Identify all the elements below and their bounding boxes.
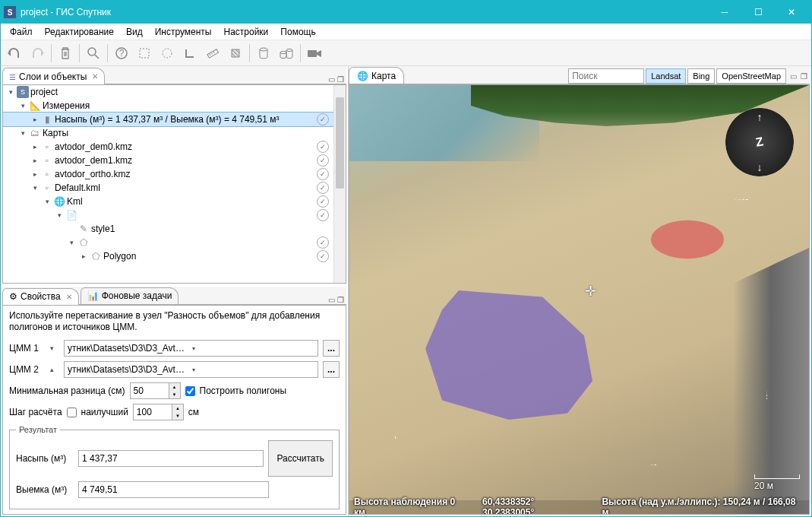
min-diff-label: Минимальная разница (см) xyxy=(9,385,125,396)
cmm2-combo[interactable]: утник\Datasets\D3\D3_Avtodor\avtodor_dem… xyxy=(64,361,318,378)
select-polygon-button[interactable] xyxy=(156,43,178,64)
menu-edit[interactable]: Редактирование xyxy=(39,25,120,39)
close-icon[interactable]: ✕ xyxy=(66,293,72,301)
maximize-button[interactable]: ☐ xyxy=(741,1,775,24)
main-area: Слои и объекты ✕ ▭ ❐ ▾Sproject ▾📐Измерен… xyxy=(1,66,811,516)
camera-button[interactable] xyxy=(304,43,325,64)
tree-node-measurement-result[interactable]: ▸▮Насыпь (м³) = 1 437,37 м³ / Выемка (м³… xyxy=(3,113,333,126)
visibility-toggle[interactable] xyxy=(317,195,329,208)
right-pane: Карта Landsat Bing OpenStreetMap ▭ ❐ ✛ Z… xyxy=(349,66,811,516)
menubar: Файл Редактирование Вид Инструменты Наст… xyxy=(1,24,811,40)
maps-icon: 🗂 xyxy=(29,127,41,139)
tree-node-kml[interactable]: ▾Kml xyxy=(3,195,333,208)
close-icon[interactable]: ✕ xyxy=(92,72,98,81)
measure-corner-button[interactable] xyxy=(179,43,201,64)
select-rect-button[interactable] xyxy=(134,43,155,64)
globe-icon xyxy=(357,71,368,81)
panel-minimize-icon[interactable]: ▭ xyxy=(328,75,335,84)
panel-restore-icon[interactable]: ❐ xyxy=(337,75,344,84)
search-button[interactable] xyxy=(83,43,104,64)
panel-minimize-icon[interactable]: ▭ xyxy=(790,72,797,81)
cylinders-button[interactable] xyxy=(276,43,297,64)
spin-down-icon[interactable]: ▼ xyxy=(172,412,183,420)
tree-node-maps[interactable]: ▾🗂Карты xyxy=(3,126,333,140)
tree-node-file[interactable]: ▾▫Default.kml xyxy=(3,181,333,195)
file-icon: ▫ xyxy=(41,154,53,167)
min-diff-spinner[interactable]: ▲▼ xyxy=(130,382,181,399)
status-coords: 60,4338352° 30,2383005° xyxy=(482,496,588,515)
tree-node-measurements[interactable]: ▾📐Измерения xyxy=(3,99,333,113)
step-input[interactable] xyxy=(134,407,172,417)
min-diff-input[interactable] xyxy=(131,385,169,396)
map-viewport[interactable]: ✛ Z 20 м Высота наблюдения 0 км 60,43383… xyxy=(349,84,810,515)
cylinder-button[interactable] xyxy=(253,43,274,64)
chevron-down-icon: ▾ xyxy=(189,366,317,373)
spin-down-icon[interactable]: ▼ xyxy=(169,391,180,398)
best-checkbox[interactable] xyxy=(67,408,77,417)
menu-view[interactable]: Вид xyxy=(120,25,149,39)
close-button[interactable]: ✕ xyxy=(775,1,808,24)
cmm2-browse-button[interactable]: ... xyxy=(323,361,340,378)
tree-node-file[interactable]: ▸▫avtodor_dem1.kmz xyxy=(3,154,333,167)
visibility-toggle[interactable] xyxy=(317,236,329,249)
cmm1-combo[interactable]: утник\Datasets\D3\D3_Avtodor\avtodor_dem… xyxy=(64,340,318,357)
visibility-toggle[interactable] xyxy=(317,182,329,194)
tree-scrollbar[interactable] xyxy=(333,85,346,283)
tab-map[interactable]: Карта xyxy=(349,67,404,84)
svg-line-7 xyxy=(210,54,210,56)
tree-node-style-document[interactable]: ▾📄 xyxy=(3,208,333,222)
tree-node-folder[interactable]: ▾⬠ xyxy=(3,236,333,249)
layer-osm-button[interactable]: OpenStreetMap xyxy=(716,68,786,84)
calculate-button[interactable]: Рассчитать xyxy=(268,440,333,477)
swap-down-icon[interactable]: ▾ xyxy=(50,344,54,352)
tree-label: style1 xyxy=(91,224,115,234)
info-button[interactable]: ? xyxy=(111,43,132,64)
cmm2-value: утник\Datasets\D3\D3_Avtodor\avtodor_dem… xyxy=(68,364,189,375)
visibility-toggle[interactable] xyxy=(317,250,329,262)
area-button[interactable] xyxy=(225,43,246,64)
visibility-toggle[interactable] xyxy=(317,154,329,167)
left-pane: Слои и объекты ✕ ▭ ❐ ▾Sproject ▾📐Измерен… xyxy=(1,66,349,516)
tree-node-project[interactable]: ▾Sproject xyxy=(3,85,333,99)
nasyp-input[interactable] xyxy=(78,450,264,467)
chart-icon: 📊 xyxy=(87,290,99,301)
redo-button[interactable] xyxy=(27,43,48,64)
menu-settings[interactable]: Настройки xyxy=(217,25,274,39)
compass-control[interactable]: Z xyxy=(725,108,794,176)
visibility-toggle[interactable] xyxy=(317,141,329,153)
layer-landsat-button[interactable]: Landsat xyxy=(646,68,686,84)
cmm1-browse-button[interactable]: ... xyxy=(323,340,340,357)
visibility-toggle[interactable] xyxy=(317,113,329,125)
layer-bing-button[interactable]: Bing xyxy=(687,68,715,84)
swap-up-icon[interactable]: ▴ xyxy=(50,366,54,373)
undo-button[interactable] xyxy=(4,43,25,64)
tab-layers[interactable]: Слои и объекты ✕ xyxy=(2,68,105,84)
tree-node-file[interactable]: ▸▫avtodor_dem0.kmz xyxy=(3,140,333,154)
app-icon: S xyxy=(4,6,16,18)
step-label: Шаг расчёта xyxy=(9,407,62,417)
menu-help[interactable]: Помощь xyxy=(274,25,321,39)
build-polygons-checkbox[interactable] xyxy=(185,386,195,396)
vyemka-input[interactable] xyxy=(78,481,269,498)
tab-background-tasks[interactable]: 📊 Фоновые задачи xyxy=(81,287,179,304)
visibility-toggle[interactable] xyxy=(317,209,329,221)
step-spinner[interactable]: ▲▼ xyxy=(133,404,184,420)
pentagon-icon: ⬠ xyxy=(77,236,90,249)
panel-minimize-icon[interactable]: ▭ xyxy=(328,296,335,304)
spin-up-icon[interactable]: ▲ xyxy=(169,383,180,391)
ruler-button[interactable] xyxy=(202,43,223,64)
tab-properties[interactable]: ⚙ Свойства ✕ xyxy=(2,288,79,305)
map-search-input[interactable] xyxy=(568,68,644,84)
nasyp-label: Насыпь (м³) xyxy=(16,453,74,464)
panel-restore-icon[interactable]: ❐ xyxy=(801,72,807,81)
visibility-toggle[interactable] xyxy=(317,168,329,180)
menu-file[interactable]: Файл xyxy=(4,25,39,39)
tree-node-style1[interactable]: ✎style1 xyxy=(3,222,333,236)
tree-node-polygon[interactable]: ▸⬠Polygon xyxy=(3,249,333,263)
menu-tools[interactable]: Инструменты xyxy=(149,25,218,39)
panel-restore-icon[interactable]: ❐ xyxy=(337,296,344,304)
spin-up-icon[interactable]: ▲ xyxy=(172,404,183,412)
trash-button[interactable] xyxy=(55,43,76,64)
tree-node-file[interactable]: ▸▫avtodor_ortho.kmz xyxy=(3,167,333,181)
minimize-button[interactable]: ─ xyxy=(708,1,741,24)
